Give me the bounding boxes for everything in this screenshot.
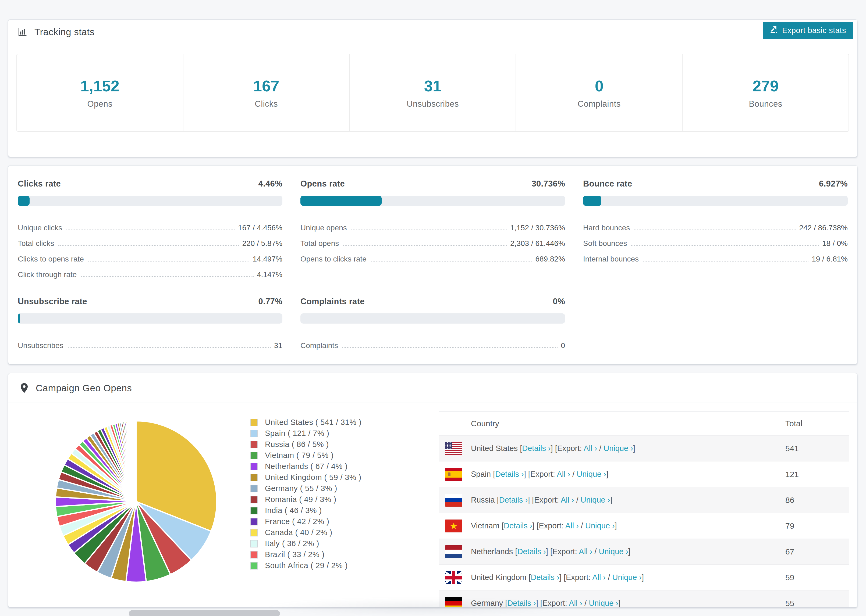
stat-box-complaints: 0Complaints [516, 54, 683, 131]
bracket-text: ] [628, 547, 630, 556]
export-all-link[interactable]: All › [561, 496, 574, 504]
rate-row-soft-bounces: Soft bounces18 / 0% [583, 232, 848, 248]
bracket-text: ] [633, 444, 635, 453]
tracking-stats-title: Tracking stats [35, 27, 94, 37]
rate-row-total-opens: Total opens2,303 / 61.446% [301, 232, 565, 248]
rate-row-value: 18 / 0% [822, 239, 848, 248]
progress-bar [301, 196, 565, 206]
rate-section-head: Opens rate30.736% [301, 179, 565, 189]
country-cell: Russia [Details ›] [Export: All › / Uniq… [462, 496, 785, 504]
rate-value: 0% [553, 297, 565, 306]
map-pin-icon [20, 383, 29, 393]
rate-row-label: Unique opens [301, 224, 347, 232]
rate-row-value: 0 [561, 341, 565, 350]
dotted-leader [81, 276, 254, 277]
geo-header: Campaign Geo Opens [8, 373, 857, 403]
stat-label: Complaints [578, 99, 621, 109]
bracket-text: ] [610, 496, 612, 504]
legend-label: France ( 42 / 2% ) [265, 517, 329, 526]
legend-label: Vietnam ( 79 / 5% ) [265, 451, 334, 460]
export-unique-link[interactable]: Unique › [612, 573, 642, 581]
legend-label: Germany ( 55 / 3% ) [265, 484, 337, 493]
flag-netherlands-icon [445, 545, 462, 558]
dotted-leader [58, 245, 239, 246]
rate-value: 30.736% [532, 179, 565, 189]
rate-row-label: Total opens [301, 239, 339, 248]
total-value: 55 [785, 599, 849, 608]
country-name: Vietnam [471, 522, 499, 530]
stat-box-bounces: 279Bounces [683, 54, 849, 131]
rate-row-label: Opens to clicks rate [301, 255, 367, 263]
export-all-link[interactable]: All › [557, 470, 570, 478]
geo-table: Country Total United States [Details ›] … [439, 411, 849, 607]
rate-row-internal-bounces: Internal bounces19 / 6.81% [583, 248, 848, 263]
export-unique-link[interactable]: Unique › [581, 496, 610, 504]
details-link[interactable]: Details › [531, 573, 559, 581]
rate-row-label: Internal bounces [583, 255, 639, 263]
legend-swatch [250, 419, 258, 426]
export-all-link[interactable]: All › [565, 522, 579, 530]
rate-section-head: Clicks rate4.46% [18, 179, 282, 189]
rate-row-label: Unique clicks [18, 224, 62, 232]
export-unique-link[interactable]: Unique › [589, 599, 618, 607]
bracket-text: ] [606, 470, 608, 478]
legend-swatch [250, 496, 258, 503]
rate-value: 6.927% [819, 179, 848, 189]
rate-row-label: Soft bounces [583, 239, 627, 248]
progress-bar [583, 196, 848, 206]
legend-swatch [250, 430, 258, 437]
export-unique-link[interactable]: Unique › [603, 444, 633, 453]
details-link[interactable]: Details › [504, 522, 532, 530]
legend-item-italy: Italy ( 36 / 2% ) [250, 538, 361, 549]
flag-spain-icon [445, 468, 462, 481]
bracket-text: / [606, 573, 612, 581]
bracket-text: ] [Export: [532, 522, 565, 530]
legend-label: United Kingdom ( 59 / 3% ) [265, 473, 361, 482]
legend-label: Romania ( 49 / 3% ) [265, 495, 337, 504]
rate-row-value: 2,303 / 61.446% [510, 239, 565, 248]
legend-swatch [250, 463, 258, 470]
geo-table-header: Country Total [439, 412, 849, 435]
export-all-link[interactable]: All › [592, 573, 606, 581]
rate-value: 0.77% [258, 297, 282, 306]
bracket-text: [ [499, 522, 504, 530]
total-value: 67 [785, 547, 849, 556]
details-link[interactable]: Details › [522, 444, 551, 453]
legend-swatch [250, 540, 258, 547]
legend-item-canada: Canada ( 40 / 2% ) [250, 527, 361, 538]
rate-rows: Unsubscribes31 [18, 334, 282, 350]
export-all-link[interactable]: All › [584, 444, 597, 453]
bracket-text: / [592, 547, 599, 556]
rate-row-click-through-rate: Click through rate4.147% [18, 263, 282, 279]
export-basic-stats-button[interactable]: Export basic stats [763, 22, 853, 39]
country-name: United States [471, 444, 518, 453]
legend-item-romania: Romania ( 49 / 3% ) [250, 494, 361, 505]
flag-united-states-icon [445, 442, 462, 455]
country-cell: Spain [Details ›] [Export: All › / Uniqu… [462, 470, 785, 479]
bracket-text: ] [Export: [524, 470, 557, 478]
details-link[interactable]: Details › [499, 496, 527, 504]
legend-item-spain: Spain ( 121 / 7% ) [250, 428, 361, 439]
rates-grid: Clicks rate4.46%Unique clicks167 / 4.456… [8, 165, 857, 350]
details-link[interactable]: Details › [495, 470, 524, 478]
export-unique-link[interactable]: Unique › [599, 547, 628, 556]
legend-item-russia: Russia ( 86 / 5% ) [250, 439, 361, 450]
geo-table-row-russia: Russia [Details ›] [Export: All › / Uniq… [439, 487, 849, 513]
rate-row-hard-bounces: Hard bounces242 / 86.738% [583, 217, 848, 232]
export-unique-link[interactable]: Unique › [576, 470, 606, 478]
details-link[interactable]: Details › [518, 547, 546, 556]
legend-item-united-kingdom: United Kingdom ( 59 / 3% ) [250, 472, 361, 483]
dotted-leader [66, 229, 235, 230]
horizontal-scrollbar-thumb[interactable] [129, 610, 280, 616]
total-value: 541 [785, 444, 849, 453]
rate-title: Complaints rate [301, 297, 365, 306]
tracking-stats-header: Tracking stats Export basic stats [8, 20, 857, 44]
bracket-text: ] [Export: [559, 573, 592, 581]
export-unique-link[interactable]: Unique › [585, 522, 615, 530]
total-value: 79 [785, 522, 849, 531]
geo-table-body: United States [Details ›] [Export: All ›… [439, 435, 849, 607]
export-all-link[interactable]: All › [579, 547, 592, 556]
bracket-text: / [597, 444, 603, 453]
rates-card: Clicks rate4.46%Unique clicks167 / 4.456… [8, 165, 857, 364]
bar-chart-icon [17, 27, 27, 37]
